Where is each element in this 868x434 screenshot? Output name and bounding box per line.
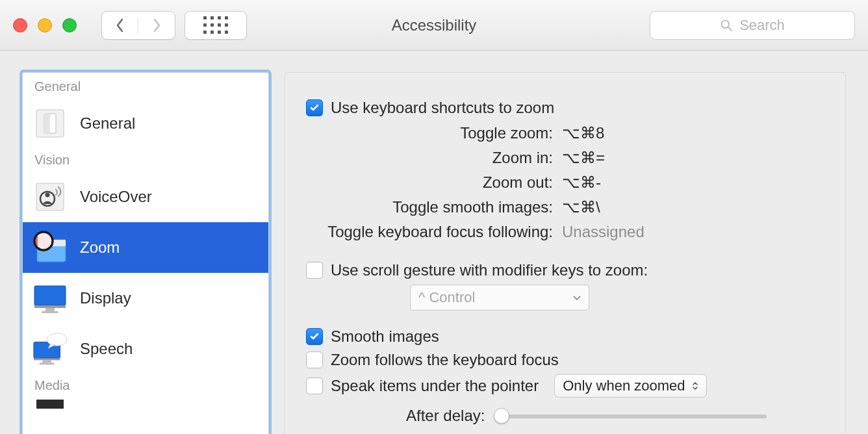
svg-point-20: [47, 333, 67, 346]
sidebar-item-speech[interactable]: Speech: [23, 324, 268, 374]
after-delay-slider[interactable]: [494, 408, 767, 424]
svg-rect-18: [42, 360, 51, 363]
search-placeholder: Search: [739, 17, 785, 34]
sidebar-item-label: Zoom: [80, 238, 120, 257]
sidebar-item-general[interactable]: General: [23, 98, 268, 149]
sidebar-item-media-partial[interactable]: [23, 397, 268, 410]
speak-mode-value: Only when zoomed: [563, 377, 685, 394]
nav-back-forward: [101, 11, 175, 40]
scroll-gesture-checkbox[interactable]: [306, 262, 323, 279]
window-controls: [13, 18, 77, 32]
stepper-chevrons-icon: [692, 381, 698, 390]
shortcut-row: Toggle zoom: ⌥⌘8: [306, 121, 824, 146]
checkmark-icon: [309, 331, 320, 342]
show-all-prefs-button[interactable]: [185, 11, 247, 40]
shortcut-label: Zoom in:: [306, 146, 562, 170]
use-keyboard-shortcuts-checkbox[interactable]: [306, 99, 323, 116]
speak-mode-select[interactable]: Only when zoomed: [554, 374, 706, 398]
svg-rect-21: [36, 400, 64, 409]
category-sidebar[interactable]: General General Vision: [22, 72, 269, 434]
shortcut-row: Toggle smooth images: ⌥⌘\: [306, 195, 824, 220]
display-icon: [32, 280, 68, 316]
svg-line-1: [728, 27, 732, 31]
shortcut-value: ⌥⌘\: [562, 195, 600, 220]
back-button[interactable]: [102, 18, 138, 33]
sidebar-item-voiceover[interactable]: VoiceOver: [23, 172, 268, 222]
forward-button[interactable]: [138, 18, 175, 33]
chevron-down-icon: [573, 292, 581, 303]
svg-rect-17: [34, 358, 60, 360]
use-keyboard-shortcuts-row: Use keyboard shortcuts to zoom: [306, 99, 824, 117]
shortcuts-list: Toggle zoom: ⌥⌘8 Zoom in: ⌥⌘= Zoom out: …: [306, 121, 824, 244]
svg-rect-12: [34, 286, 66, 305]
zoom-window-button[interactable]: [62, 18, 77, 32]
shortcut-row: Zoom out: ⌥⌘-: [306, 170, 824, 195]
sidebar-item-label: Display: [80, 289, 131, 307]
sidebar-item-label: Speech: [80, 340, 133, 358]
sidebar-item-display[interactable]: Display: [23, 273, 268, 324]
speak-items-label: Speak items under the pointer: [331, 377, 539, 395]
zoom-icon: [32, 229, 68, 266]
shortcut-value: ⌥⌘=: [562, 146, 605, 170]
scroll-gesture-row: Use scroll gesture with modifier keys to…: [306, 261, 824, 279]
smooth-images-checkbox[interactable]: [306, 328, 323, 345]
content-area: General General Vision: [0, 51, 868, 434]
after-delay-label: After delay:: [406, 407, 485, 425]
zoom-follows-focus-row: Zoom follows the keyboard focus: [306, 351, 824, 369]
media-icon: [32, 398, 68, 409]
speak-items-checkbox[interactable]: [306, 377, 323, 394]
sidebar-item-label: General: [80, 114, 135, 133]
sidebar-item-zoom[interactable]: Zoom: [23, 222, 268, 273]
shortcut-row: Toggle keyboard focus following: Unassig…: [306, 220, 824, 244]
zoom-follows-focus-checkbox[interactable]: [306, 351, 323, 368]
scroll-gesture-label: Use scroll gesture with modifier keys to…: [331, 261, 648, 279]
section-label-vision: Vision: [23, 149, 268, 172]
chevron-right-icon: [151, 18, 162, 33]
shortcut-label: Toggle keyboard focus following:: [306, 220, 562, 244]
shortcut-row: Zoom in: ⌥⌘=: [306, 146, 824, 170]
chevron-left-icon: [115, 18, 125, 33]
modifier-key-value: ^ Control: [418, 289, 475, 306]
search-icon: [720, 19, 733, 32]
svg-rect-19: [40, 363, 55, 364]
shortcut-value: Unassigned: [562, 220, 645, 244]
settings-panel: Use keyboard shortcuts to zoom Toggle zo…: [285, 72, 846, 434]
speak-items-row: Speak items under the pointer Only when …: [306, 374, 824, 398]
slider-thumb[interactable]: [494, 408, 509, 424]
smooth-images-row: Smooth images: [306, 327, 824, 346]
switch-icon: [32, 105, 68, 142]
close-window-button[interactable]: [13, 18, 27, 32]
titlebar: Accessibility Search: [0, 0, 868, 51]
search-input[interactable]: Search: [650, 11, 855, 40]
svg-rect-15: [42, 311, 58, 313]
checkmark-icon: [309, 103, 320, 113]
smooth-images-label: Smooth images: [331, 327, 439, 346]
zoom-follows-focus-label: Zoom follows the keyboard focus: [331, 351, 559, 369]
svg-rect-13: [34, 305, 66, 308]
grid-icon: [203, 16, 228, 34]
modifier-key-select[interactable]: ^ Control: [410, 285, 589, 311]
minimize-window-button[interactable]: [38, 18, 52, 32]
svg-rect-4: [44, 114, 50, 133]
after-delay-row: After delay:: [406, 407, 824, 425]
section-label-media: Media: [23, 374, 268, 397]
svg-rect-14: [45, 308, 55, 311]
section-label-general: General: [23, 75, 268, 98]
sidebar-item-label: VoiceOver: [80, 188, 152, 206]
shortcut-value: ⌥⌘-: [562, 170, 601, 195]
use-keyboard-shortcuts-label: Use keyboard shortcuts to zoom: [331, 99, 554, 117]
voiceover-icon: [32, 179, 68, 215]
svg-point-7: [45, 193, 50, 198]
shortcut-label: Toggle smooth images:: [306, 195, 562, 220]
shortcut-value: ⌥⌘8: [562, 121, 604, 146]
speech-icon: [32, 331, 68, 367]
shortcut-label: Zoom out:: [306, 170, 562, 195]
slider-track: [494, 415, 767, 418]
shortcut-label: Toggle zoom:: [306, 121, 562, 146]
